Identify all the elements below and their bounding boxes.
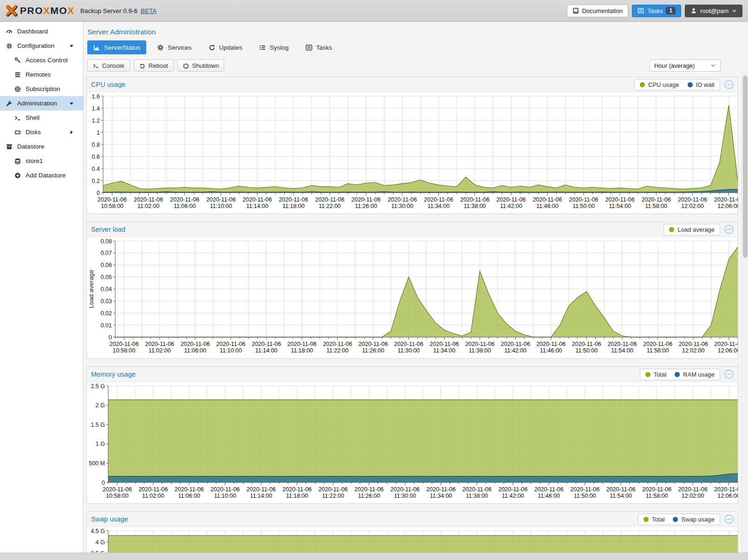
svg-text:2.5 G: 2.5 G — [91, 383, 105, 390]
topbar-actions: Documentation Tasks 1 root@pam — [567, 5, 742, 17]
sidebar-item-disks[interactable]: Disks — [0, 125, 83, 139]
svg-text:2020-11-06: 2020-11-06 — [354, 486, 384, 493]
legend-label: Load average — [677, 226, 715, 233]
legend-item: IO wait — [688, 81, 715, 88]
svg-text:0.02: 0.02 — [101, 310, 112, 317]
reboot-button[interactable]: Reboot — [134, 59, 174, 72]
svg-text:2020-11-06: 2020-11-06 — [536, 341, 566, 347]
chart-legend: TotalRAM usage — [640, 369, 720, 380]
sidebar-item-dashboard[interactable]: Dashboard — [0, 24, 83, 39]
collapse-panel-button[interactable] — [724, 514, 734, 524]
svg-text:1.4: 1.4 — [92, 105, 100, 112]
user-menu-button[interactable]: root@pam — [685, 5, 742, 17]
legend-dot-icon — [669, 227, 674, 232]
svg-text:2020-11-06: 2020-11-06 — [569, 196, 598, 203]
svg-text:11:50:00: 11:50:00 — [575, 347, 598, 354]
svg-text:11:38:00: 11:38:00 — [466, 493, 488, 499]
legend-dot-icon — [644, 517, 649, 522]
refresh-icon — [208, 44, 215, 51]
svg-text:1 G: 1 G — [96, 441, 105, 447]
svg-text:12:02:00: 12:02:00 — [682, 493, 704, 499]
svg-text:11:18:00: 11:18:00 — [286, 493, 308, 499]
window-bottom-edge — [0, 553, 748, 560]
tab-services[interactable]: Services — [151, 40, 198, 54]
documentation-button[interactable]: Documentation — [567, 5, 628, 17]
svg-text:2020-11-06: 2020-11-06 — [319, 486, 348, 493]
gears-icon — [5, 43, 13, 49]
timeframe-select[interactable]: Hour (average) — [650, 59, 721, 72]
tab-label: Services — [168, 44, 192, 51]
toolbar-button-label: Shutdown — [192, 62, 219, 69]
svg-text:3.5 G: 3.5 G — [91, 550, 105, 553]
svg-text:11:06:00: 11:06:00 — [174, 203, 196, 209]
sidebar-item-access-control[interactable]: Access Control — [0, 53, 83, 67]
svg-text:2020-11-06: 2020-11-06 — [103, 486, 132, 493]
collapse-panel-button[interactable] — [724, 80, 734, 89]
sidebar-item-subscription[interactable]: Subscription — [0, 82, 83, 96]
proxmox-logo: PROXMOX — [6, 5, 75, 17]
svg-text:12:02:00: 12:02:00 — [681, 203, 704, 209]
svg-text:11:54:00: 11:54:00 — [610, 493, 632, 499]
sidebar-item-remotes[interactable]: Remotes — [0, 67, 83, 82]
chart-panels: CPU usageCPU usageIO wait1.61.41.210.80.… — [86, 77, 738, 553]
svg-text:2020-11-06: 2020-11-06 — [534, 486, 564, 493]
lifering-icon — [13, 86, 21, 92]
svg-text:2020-11-06: 2020-11-06 — [501, 341, 530, 347]
console-button[interactable]: Console — [87, 59, 130, 72]
svg-text:2020-11-06: 2020-11-06 — [98, 196, 127, 203]
beta-link[interactable]: BETA — [141, 7, 156, 14]
svg-text:11:42:00: 11:42:00 — [500, 203, 522, 209]
svg-text:2020-11-06: 2020-11-06 — [496, 196, 526, 203]
sidebar-item-shell[interactable]: Shell — [0, 111, 83, 125]
svg-text:0: 0 — [97, 190, 100, 196]
svg-text:11:38:00: 11:38:00 — [464, 203, 486, 209]
tab-bar: ServerStatusServicesUpdatesSyslogTasks — [87, 40, 748, 54]
tab-tasks[interactable]: Tasks — [299, 40, 338, 54]
tab-syslog[interactable]: Syslog — [253, 40, 295, 54]
svg-text:2020-11-06: 2020-11-06 — [679, 341, 708, 347]
svg-text:2020-11-06: 2020-11-06 — [606, 486, 636, 493]
sidebar-item-label: Shell — [26, 114, 39, 121]
svg-text:1: 1 — [97, 130, 100, 136]
svg-text:0.06: 0.06 — [101, 262, 112, 268]
scrollbar-thumb[interactable] — [743, 76, 748, 258]
sidebar-item-configuration[interactable]: Configuration — [0, 39, 83, 53]
svg-text:2020-11-06: 2020-11-06 — [279, 196, 308, 203]
svg-text:1.5 G: 1.5 G — [91, 422, 105, 428]
svg-text:4.5 G: 4.5 G — [91, 528, 105, 534]
svg-text:2020-11-06: 2020-11-06 — [642, 196, 671, 203]
main-content: Server Administration ServerStatusServic… — [84, 22, 748, 553]
svg-text:11:26:00: 11:26:00 — [362, 347, 384, 354]
svg-text:2020-11-06: 2020-11-06 — [570, 486, 599, 493]
caret-down-icon[interactable] — [67, 43, 75, 49]
collapse-panel-button[interactable] — [724, 225, 734, 234]
caret-down-icon[interactable] — [67, 100, 75, 107]
svg-text:11:06:00: 11:06:00 — [184, 347, 207, 354]
svg-text:2020-11-06: 2020-11-06 — [424, 196, 453, 203]
svg-text:2020-11-06: 2020-11-06 — [145, 341, 174, 347]
sidebar-item-administration[interactable]: Administration — [0, 96, 83, 111]
wrench-icon — [5, 100, 13, 107]
sidebar-item-datastore[interactable]: Datastore — [0, 139, 83, 154]
svg-text:11:22:00: 11:22:00 — [322, 493, 344, 499]
legend-dot-icon — [640, 82, 645, 87]
svg-text:11:34:00: 11:34:00 — [428, 203, 450, 209]
timeframe-value: Hour (average) — [654, 62, 695, 69]
svg-text:2020-11-06: 2020-11-06 — [175, 486, 204, 493]
svg-text:2020-11-06: 2020-11-06 — [429, 341, 459, 347]
sidebar: DashboardConfigurationAccess ControlRemo… — [0, 22, 84, 553]
collapse-panel-button[interactable] — [724, 370, 734, 379]
product-version-text: Backup Server 0.9-6 — [80, 7, 137, 14]
svg-text:12:02:00: 12:02:00 — [682, 347, 705, 354]
caret-right-icon[interactable] — [67, 129, 75, 136]
vertical-scrollbar[interactable] — [741, 72, 748, 553]
tab-serverstatus[interactable]: ServerStatus — [87, 40, 146, 54]
terminal-icon — [93, 63, 99, 69]
shutdown-button[interactable]: Shutdown — [177, 59, 225, 72]
tasks-button[interactable]: Tasks 1 — [632, 5, 681, 17]
sidebar-item-store1[interactable]: store1 — [0, 154, 83, 168]
svg-text:0.08: 0.08 — [101, 238, 112, 245]
tab-updates[interactable]: Updates — [202, 40, 248, 54]
svg-text:2020-11-06: 2020-11-06 — [498, 486, 527, 493]
sidebar-item-add-datastore[interactable]: Add Datastore — [0, 168, 83, 182]
